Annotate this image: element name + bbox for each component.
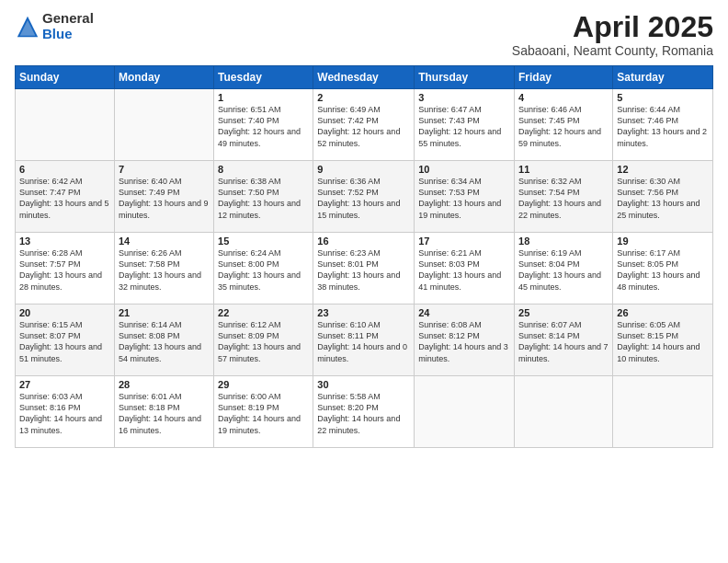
- day-info: Sunrise: 6:17 AMSunset: 8:05 PMDaylight:…: [617, 247, 709, 293]
- calendar-cell: 26Sunrise: 6:05 AMSunset: 8:15 PMDayligh…: [613, 304, 713, 376]
- day-number: 20: [19, 307, 110, 318]
- subtitle: Sabaoani, Neamt County, Romania: [512, 43, 713, 58]
- calendar-cell: 12Sunrise: 6:30 AMSunset: 7:56 PMDayligh…: [613, 161, 713, 233]
- day-number: 1: [218, 92, 309, 103]
- calendar-cell: 6Sunrise: 6:42 AMSunset: 7:47 PMDaylight…: [16, 161, 115, 233]
- day-info: Sunrise: 6:30 AMSunset: 7:56 PMDaylight:…: [617, 176, 709, 221]
- calendar-cell: 14Sunrise: 6:26 AMSunset: 7:58 PMDayligh…: [114, 233, 213, 304]
- calendar-cell: 9Sunrise: 6:36 AMSunset: 7:52 PMDaylight…: [313, 161, 415, 233]
- calendar-table: SundayMondayTuesdayWednesdayThursdayFrid…: [15, 65, 713, 448]
- day-info: Sunrise: 6:24 AMSunset: 8:00 PMDaylight:…: [218, 247, 309, 293]
- day-number: 2: [317, 92, 410, 103]
- day-info: Sunrise: 6:44 AMSunset: 7:46 PMDaylight:…: [617, 104, 709, 149]
- calendar-cell: 11Sunrise: 6:32 AMSunset: 7:54 PMDayligh…: [515, 161, 613, 233]
- day-info: Sunrise: 6:32 AMSunset: 7:54 PMDaylight:…: [518, 176, 609, 221]
- day-info: Sunrise: 6:07 AMSunset: 8:14 PMDaylight:…: [518, 319, 609, 364]
- day-number: 19: [617, 236, 709, 247]
- calendar-cell: 3Sunrise: 6:47 AMSunset: 7:43 PMDaylight…: [415, 89, 515, 161]
- day-info: Sunrise: 6:47 AMSunset: 7:43 PMDaylight:…: [418, 104, 510, 149]
- day-info: Sunrise: 6:21 AMSunset: 8:03 PMDaylight:…: [418, 247, 510, 293]
- day-info: Sunrise: 6:15 AMSunset: 8:07 PMDaylight:…: [19, 319, 110, 364]
- title-block: April 2025 Sabaoani, Neamt County, Roman…: [512, 11, 713, 58]
- logo-general: General: [42, 11, 94, 27]
- day-number: 14: [119, 236, 210, 247]
- header-day-wednesday: Wednesday: [313, 66, 415, 89]
- day-info: Sunrise: 6:26 AMSunset: 7:58 PMDaylight:…: [119, 247, 210, 293]
- header: General Blue April 2025 Sabaoani, Neamt …: [15, 11, 713, 58]
- header-day-monday: Monday: [114, 66, 213, 89]
- calendar-cell: 13Sunrise: 6:28 AMSunset: 7:57 PMDayligh…: [16, 233, 115, 304]
- day-info: Sunrise: 6:40 AMSunset: 7:49 PMDaylight:…: [119, 176, 210, 221]
- calendar-cell: 10Sunrise: 6:34 AMSunset: 7:53 PMDayligh…: [415, 161, 515, 233]
- day-number: 27: [19, 379, 110, 390]
- logo-icon: [15, 14, 40, 40]
- calendar-cell: 24Sunrise: 6:08 AMSunset: 8:12 PMDayligh…: [415, 304, 515, 376]
- day-number: 9: [317, 164, 410, 175]
- calendar-cell: 22Sunrise: 6:12 AMSunset: 8:09 PMDayligh…: [214, 304, 313, 376]
- calendar-cell: [515, 376, 613, 448]
- calendar-cell: 7Sunrise: 6:40 AMSunset: 7:49 PMDaylight…: [114, 161, 213, 233]
- day-number: 6: [19, 164, 110, 175]
- day-info: Sunrise: 6:03 AMSunset: 8:16 PMDaylight:…: [19, 391, 110, 436]
- day-number: 21: [119, 307, 210, 318]
- day-info: Sunrise: 6:36 AMSunset: 7:52 PMDaylight:…: [317, 176, 410, 221]
- week-row-5: 27Sunrise: 6:03 AMSunset: 8:16 PMDayligh…: [16, 376, 713, 448]
- calendar-header-row: SundayMondayTuesdayWednesdayThursdayFrid…: [16, 66, 713, 89]
- day-number: 28: [119, 379, 210, 390]
- calendar-cell: 15Sunrise: 6:24 AMSunset: 8:00 PMDayligh…: [214, 233, 313, 304]
- week-row-1: 1Sunrise: 6:51 AMSunset: 7:40 PMDaylight…: [16, 89, 713, 161]
- day-number: 8: [218, 164, 309, 175]
- week-row-4: 20Sunrise: 6:15 AMSunset: 8:07 PMDayligh…: [16, 304, 713, 376]
- calendar-cell: 21Sunrise: 6:14 AMSunset: 8:08 PMDayligh…: [114, 304, 213, 376]
- calendar-cell: 16Sunrise: 6:23 AMSunset: 8:01 PMDayligh…: [313, 233, 415, 304]
- day-number: 4: [518, 92, 609, 103]
- day-number: 12: [617, 164, 709, 175]
- day-number: 11: [518, 164, 609, 175]
- day-info: Sunrise: 6:38 AMSunset: 7:50 PMDaylight:…: [218, 176, 309, 221]
- calendar-cell: 30Sunrise: 5:58 AMSunset: 8:20 PMDayligh…: [313, 376, 415, 448]
- day-info: Sunrise: 6:42 AMSunset: 7:47 PMDaylight:…: [19, 176, 110, 221]
- calendar-cell: 19Sunrise: 6:17 AMSunset: 8:05 PMDayligh…: [613, 233, 713, 304]
- header-day-friday: Friday: [515, 66, 613, 89]
- day-info: Sunrise: 6:01 AMSunset: 8:18 PMDaylight:…: [119, 391, 210, 436]
- day-number: 23: [317, 307, 410, 318]
- day-number: 7: [119, 164, 210, 175]
- day-info: Sunrise: 6:00 AMSunset: 8:19 PMDaylight:…: [218, 391, 309, 436]
- day-number: 17: [418, 236, 510, 247]
- day-number: 3: [418, 92, 510, 103]
- calendar-cell: [16, 89, 115, 161]
- calendar-cell: 2Sunrise: 6:49 AMSunset: 7:42 PMDaylight…: [313, 89, 415, 161]
- calendar-cell: 18Sunrise: 6:19 AMSunset: 8:04 PMDayligh…: [515, 233, 613, 304]
- calendar-cell: 20Sunrise: 6:15 AMSunset: 8:07 PMDayligh…: [16, 304, 115, 376]
- day-info: Sunrise: 6:49 AMSunset: 7:42 PMDaylight:…: [317, 104, 410, 149]
- page: General Blue April 2025 Sabaoani, Neamt …: [0, 0, 728, 563]
- calendar-cell: 5Sunrise: 6:44 AMSunset: 7:46 PMDaylight…: [613, 89, 713, 161]
- day-info: Sunrise: 6:05 AMSunset: 8:15 PMDaylight:…: [617, 319, 709, 364]
- day-number: 30: [317, 379, 410, 390]
- day-info: Sunrise: 6:34 AMSunset: 7:53 PMDaylight:…: [418, 176, 510, 221]
- day-info: Sunrise: 6:46 AMSunset: 7:45 PMDaylight:…: [518, 104, 609, 149]
- day-info: Sunrise: 6:14 AMSunset: 8:08 PMDaylight:…: [119, 319, 210, 364]
- day-number: 29: [218, 379, 309, 390]
- day-info: Sunrise: 6:19 AMSunset: 8:04 PMDaylight:…: [518, 247, 609, 293]
- calendar-cell: 29Sunrise: 6:00 AMSunset: 8:19 PMDayligh…: [214, 376, 313, 448]
- week-row-3: 13Sunrise: 6:28 AMSunset: 7:57 PMDayligh…: [16, 233, 713, 304]
- day-number: 15: [218, 236, 309, 247]
- month-title: April 2025: [512, 11, 713, 43]
- day-info: Sunrise: 6:10 AMSunset: 8:11 PMDaylight:…: [317, 319, 410, 364]
- logo: General Blue: [15, 11, 94, 41]
- calendar-cell: 1Sunrise: 6:51 AMSunset: 7:40 PMDaylight…: [214, 89, 313, 161]
- week-row-2: 6Sunrise: 6:42 AMSunset: 7:47 PMDaylight…: [16, 161, 713, 233]
- header-day-saturday: Saturday: [613, 66, 713, 89]
- calendar-cell: 4Sunrise: 6:46 AMSunset: 7:45 PMDaylight…: [515, 89, 613, 161]
- day-number: 26: [617, 307, 709, 318]
- calendar-cell: [613, 376, 713, 448]
- calendar-cell: [415, 376, 515, 448]
- calendar-cell: 17Sunrise: 6:21 AMSunset: 8:03 PMDayligh…: [415, 233, 515, 304]
- day-number: 10: [418, 164, 510, 175]
- header-day-sunday: Sunday: [16, 66, 115, 89]
- day-info: Sunrise: 6:12 AMSunset: 8:09 PMDaylight:…: [218, 319, 309, 364]
- day-number: 22: [218, 307, 309, 318]
- calendar-cell: [114, 89, 213, 161]
- calendar-cell: 25Sunrise: 6:07 AMSunset: 8:14 PMDayligh…: [515, 304, 613, 376]
